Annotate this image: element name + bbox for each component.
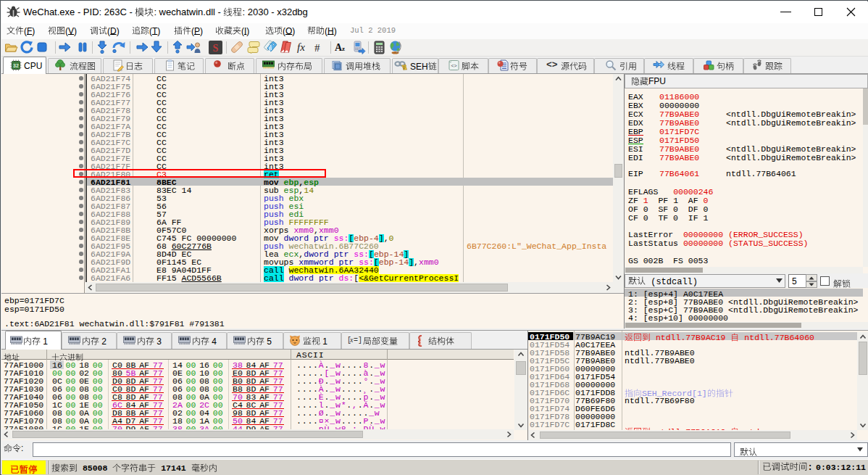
svg-text:fx: fx: [297, 41, 305, 53]
svg-text:#: #: [314, 42, 320, 54]
svg-text:z: z: [342, 45, 345, 52]
svg-text:<>: <>: [451, 63, 456, 68]
svg-text:!: !: [404, 65, 405, 70]
svg-text:=]: =]: [354, 336, 362, 344]
svg-text:S: S: [212, 42, 218, 53]
svg-text:<>: <>: [546, 59, 558, 70]
svg-text:32: 32: [13, 63, 19, 68]
